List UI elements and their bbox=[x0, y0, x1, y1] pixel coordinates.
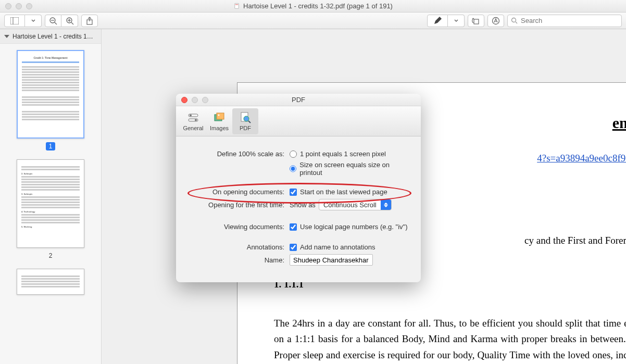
checkbox-add-name[interactable]: Add name to annotations bbox=[290, 243, 375, 251]
svg-point-15 bbox=[512, 18, 516, 22]
svg-rect-13 bbox=[474, 19, 479, 24]
document-paragraph: The 24hrs in a day are constant for all.… bbox=[274, 316, 626, 364]
prefs-tab-images[interactable]: Images bbox=[206, 108, 232, 134]
edit-button[interactable] bbox=[487, 15, 504, 27]
window-title: Hartoise Level 1 - credits 1-32.pdf (pag… bbox=[233, 2, 393, 10]
checkbox-logical-pages[interactable]: Use logical page numbers (e.g. "iv") bbox=[290, 223, 408, 231]
svg-line-5 bbox=[55, 22, 57, 24]
svg-rect-22 bbox=[217, 113, 224, 119]
input-annotation-name[interactable] bbox=[290, 254, 373, 266]
zoom-dialog-icon bbox=[202, 97, 208, 103]
markup-toolbar-icon bbox=[492, 17, 500, 25]
thumbnail-page-number: 1 bbox=[46, 142, 56, 150]
zoom-in-icon bbox=[66, 17, 74, 25]
radio-scale-printout[interactable]: Size on screen equals size on printout bbox=[290, 161, 408, 177]
window-title-text: Hartoise Level 1 - credits 1-32.pdf (pag… bbox=[243, 2, 393, 10]
sidebar-icon bbox=[10, 17, 19, 24]
label-name: Name: bbox=[189, 256, 290, 264]
window-titlebar: Hartoise Level 1 - credits 1-32.pdf (pag… bbox=[0, 0, 626, 12]
pen-icon bbox=[433, 17, 442, 25]
svg-line-16 bbox=[516, 22, 517, 23]
images-icon bbox=[213, 111, 226, 124]
label-annotations: Annotations: bbox=[189, 243, 290, 251]
thumbnail-sidebar: Hartoise Level 1 - credits 1… Credit 1: … bbox=[0, 29, 102, 364]
select-arrows-icon bbox=[381, 199, 391, 210]
toolbar-search[interactable] bbox=[507, 15, 622, 27]
thumbnail-page-2[interactable]: 2. Subtopic 3. Subtopic 4. Technology 5.… bbox=[17, 159, 84, 259]
minimize-window-icon[interactable] bbox=[16, 3, 22, 9]
switches-icon bbox=[187, 111, 199, 124]
svg-point-23 bbox=[218, 114, 220, 116]
thumbnail-page-3[interactable] bbox=[17, 269, 84, 295]
zoom-in-button[interactable] bbox=[61, 15, 78, 27]
preferences-dialog: PDF General Images PDF Define 100% scale… bbox=[176, 94, 421, 282]
view-mode-button[interactable] bbox=[4, 15, 25, 27]
thumbnail-page-number: 2 bbox=[46, 252, 56, 260]
pdf-magnify-icon bbox=[239, 111, 252, 124]
markup-button[interactable] bbox=[427, 15, 448, 27]
select-show-as[interactable]: Continuous Scroll bbox=[319, 199, 392, 210]
pdf-file-icon bbox=[233, 3, 240, 9]
zoom-out-button[interactable] bbox=[45, 15, 61, 27]
chevron-down-icon bbox=[454, 19, 458, 22]
search-input[interactable] bbox=[521, 17, 618, 24]
svg-rect-2 bbox=[10, 17, 19, 24]
checkbox-start-last-viewed[interactable]: Start on the last viewed page bbox=[290, 188, 387, 196]
markup-dropdown[interactable] bbox=[448, 15, 465, 27]
svg-rect-1 bbox=[235, 4, 238, 5]
window-traffic-lights bbox=[0, 3, 32, 9]
sidebar-doc-title: Hartoise Level 1 - credits 1… bbox=[12, 33, 93, 40]
prefs-tab-pdf[interactable]: PDF bbox=[232, 108, 258, 134]
label-show-as: Show as bbox=[290, 201, 316, 209]
disclosure-triangle-icon[interactable] bbox=[4, 35, 9, 38]
chevron-down-icon bbox=[31, 19, 35, 22]
svg-point-18 bbox=[190, 114, 192, 116]
svg-point-20 bbox=[195, 119, 197, 121]
prefs-tab-general[interactable]: General bbox=[180, 108, 206, 134]
share-button[interactable] bbox=[81, 15, 98, 27]
document-hyperlink[interactable]: 4?s=a93894a9ee0c8f96f86c9 bbox=[537, 153, 626, 164]
minimize-dialog-icon bbox=[192, 97, 198, 103]
svg-line-8 bbox=[71, 22, 73, 24]
prefs-titlebar: PDF bbox=[176, 94, 421, 106]
view-mode-dropdown[interactable] bbox=[25, 15, 42, 27]
radio-scale-point[interactable]: 1 point equals 1 screen pixel bbox=[290, 150, 386, 158]
close-window-icon[interactable] bbox=[5, 3, 11, 9]
label-define-scale: Define 100% scale as: bbox=[189, 150, 290, 158]
svg-rect-0 bbox=[235, 4, 239, 9]
thumbnail-list[interactable]: Credit 1: Time Management 1 2. Subtopic … bbox=[0, 44, 101, 364]
share-icon bbox=[86, 17, 93, 25]
prefs-tabs: General Images PDF bbox=[176, 106, 421, 136]
prefs-title: PDF bbox=[292, 96, 305, 104]
close-dialog-icon[interactable] bbox=[181, 97, 187, 103]
rotate-icon bbox=[472, 17, 480, 25]
toolbar bbox=[0, 12, 626, 29]
label-viewing: Viewing documents: bbox=[189, 223, 290, 231]
svg-line-26 bbox=[248, 121, 251, 123]
zoom-window-icon[interactable] bbox=[26, 3, 32, 9]
thumbnail-page-1[interactable]: Credit 1: Time Management 1 bbox=[17, 50, 84, 150]
search-icon bbox=[511, 17, 518, 24]
rotate-button[interactable] bbox=[468, 15, 484, 27]
zoom-out-icon bbox=[49, 17, 57, 25]
label-on-opening: On opening documents: bbox=[189, 188, 290, 196]
label-first-time: Opening for the first time: bbox=[189, 201, 290, 209]
svg-point-25 bbox=[244, 116, 249, 121]
sidebar-header[interactable]: Hartoise Level 1 - credits 1… bbox=[0, 29, 101, 44]
